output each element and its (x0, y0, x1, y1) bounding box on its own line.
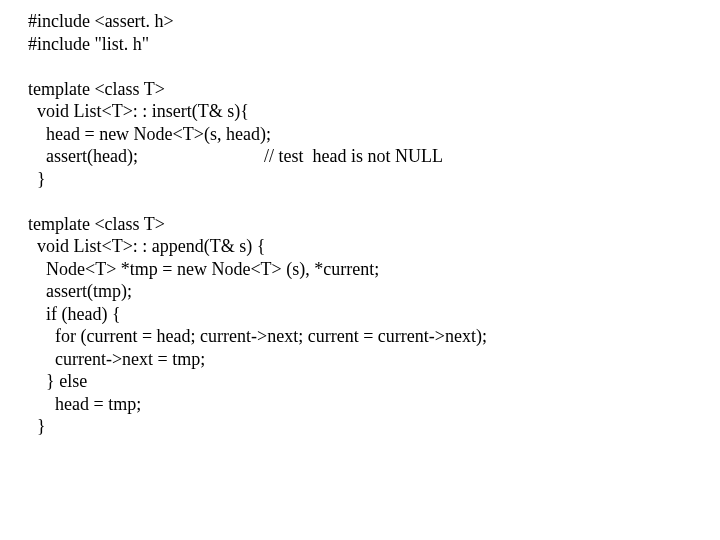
code-line: Node<T> *tmp = new Node<T> (s), *current… (28, 259, 379, 279)
code-line: assert(tmp); (28, 281, 132, 301)
code-line: void List<T>: : insert(T& s){ (28, 101, 249, 121)
code-line: void List<T>: : append(T& s) { (28, 236, 265, 256)
code-line: #include <assert. h> (28, 11, 174, 31)
code-line: head = new Node<T>(s, head); (28, 124, 271, 144)
code-line: assert(head); // test head is not NULL (28, 146, 443, 166)
code-line: #include "list. h" (28, 34, 149, 54)
code-line: } else (28, 371, 87, 391)
code-line: } (28, 169, 46, 189)
code-line: if (head) { (28, 304, 121, 324)
code-line: current->next = tmp; (28, 349, 205, 369)
code-block: #include <assert. h> #include "list. h" … (0, 0, 720, 438)
code-line: for (current = head; current->next; curr… (28, 326, 487, 346)
code-line: } (28, 416, 46, 436)
code-line: template <class T> (28, 214, 165, 234)
code-line: head = tmp; (28, 394, 141, 414)
code-line: template <class T> (28, 79, 165, 99)
